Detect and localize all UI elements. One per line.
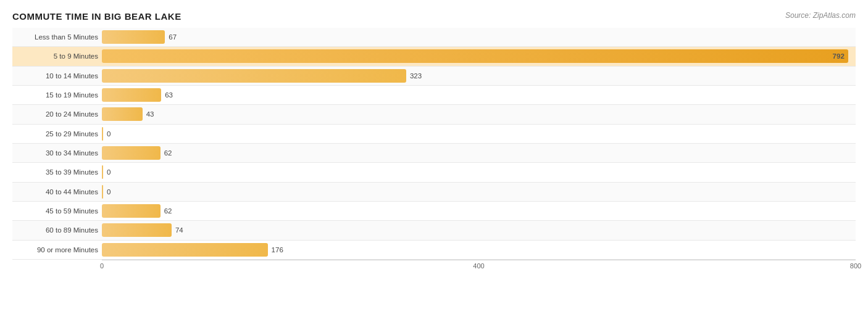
bar-track: 0: [102, 185, 856, 199]
bar-row: 30 to 34 Minutes62: [12, 144, 856, 163]
bar-label: 35 to 39 Minutes: [12, 168, 102, 176]
bar-value: 43: [146, 110, 154, 118]
bar-value: 63: [165, 91, 173, 99]
bar-label: 90 or more Minutes: [12, 246, 102, 254]
x-axis: 0400800: [102, 260, 856, 277]
bar-row: 90 or more Minutes176: [12, 241, 856, 260]
chart-header: COMMUTE TIME IN BIG BEAR LAKE Source: Zi…: [12, 11, 856, 22]
bar-track: 62: [102, 204, 856, 218]
chart-title: COMMUTE TIME IN BIG BEAR LAKE: [12, 11, 182, 22]
bar-fill: [102, 223, 172, 237]
bar-track: 323: [102, 69, 856, 83]
bar-value: 0: [107, 168, 111, 176]
x-tick: 800: [850, 262, 861, 270]
bar-track: 62: [102, 146, 856, 160]
bar-label: 25 to 29 Minutes: [12, 130, 102, 138]
bar-row: 25 to 29 Minutes0: [12, 125, 856, 144]
x-axis-line: [102, 260, 856, 260]
bar-track: 0: [102, 165, 856, 179]
bar-row: 60 to 89 Minutes74: [12, 221, 856, 240]
bar-label: 40 to 44 Minutes: [12, 188, 102, 196]
bar-value: 67: [169, 33, 177, 41]
bar-fill: [102, 204, 161, 218]
bar-track: 63: [102, 88, 856, 102]
bar-label: Less than 5 Minutes: [12, 33, 102, 41]
bar-track: 792: [102, 49, 856, 63]
bar-label: 15 to 19 Minutes: [12, 91, 102, 99]
x-tick: 0: [100, 262, 104, 270]
bar-label: 45 to 59 Minutes: [12, 207, 102, 215]
x-tick: 400: [473, 262, 484, 270]
bar-fill: [102, 243, 268, 257]
bar-value: 792: [833, 52, 845, 60]
bar-value: 62: [164, 149, 172, 157]
bar-value: 323: [410, 72, 422, 80]
bars-area: Less than 5 Minutes675 to 9 Minutes79210…: [12, 28, 856, 260]
bar-track: 176: [102, 243, 856, 257]
bar-label: 30 to 34 Minutes: [12, 149, 102, 157]
bar-value: 62: [164, 207, 172, 215]
chart-body: Less than 5 Minutes675 to 9 Minutes79210…: [12, 28, 856, 277]
bar-label: 10 to 14 Minutes: [12, 72, 102, 80]
bar-row: 15 to 19 Minutes63: [12, 86, 856, 105]
bar-fill: [102, 88, 161, 102]
bar-label: 5 to 9 Minutes: [12, 52, 102, 60]
bar-fill: [102, 165, 103, 179]
bar-fill: [102, 185, 103, 199]
bar-fill: [102, 69, 406, 83]
bar-track: 67: [102, 30, 856, 44]
bar-fill: 792: [102, 49, 848, 63]
bar-row: 5 to 9 Minutes792: [12, 47, 856, 66]
bar-label: 60 to 89 Minutes: [12, 226, 102, 234]
bar-value: 0: [107, 188, 111, 196]
bar-value: 176: [272, 246, 283, 254]
bar-fill: [102, 30, 165, 44]
bar-label: 20 to 24 Minutes: [12, 110, 102, 118]
bar-fill: [102, 127, 103, 141]
bar-row: 10 to 14 Minutes323: [12, 67, 856, 86]
bar-row: Less than 5 Minutes67: [12, 28, 856, 47]
bar-row: 40 to 44 Minutes0: [12, 183, 856, 202]
bar-fill: [102, 107, 143, 121]
bar-value: 0: [107, 130, 111, 138]
bar-value: 74: [175, 226, 183, 234]
bar-track: 0: [102, 127, 856, 141]
bar-track: 43: [102, 107, 856, 121]
bar-row: 45 to 59 Minutes62: [12, 202, 856, 221]
bar-fill: [102, 146, 161, 160]
bar-row: 20 to 24 Minutes43: [12, 105, 856, 124]
chart-source: Source: ZipAtlas.com: [785, 11, 856, 20]
bar-track: 74: [102, 223, 856, 237]
bar-row: 35 to 39 Minutes0: [12, 163, 856, 182]
chart-container: COMMUTE TIME IN BIG BEAR LAKE Source: Zi…: [0, 0, 868, 322]
